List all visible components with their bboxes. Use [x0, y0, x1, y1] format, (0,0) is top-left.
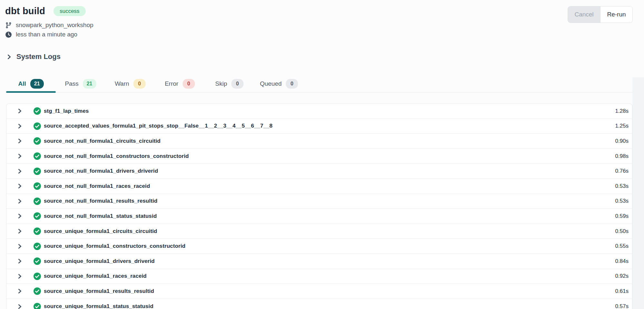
tab-label: Error: [165, 80, 178, 87]
expand-chevron-icon[interactable]: [17, 228, 23, 234]
result-name: stg_f1_lap_times: [44, 108, 89, 114]
result-name: source_unique_formula1_drivers_driverid: [44, 258, 155, 265]
tab-label: Skip: [215, 80, 227, 87]
run-actions: Cancel Re-run: [568, 6, 632, 23]
pass-check-icon: [34, 198, 41, 205]
expand-chevron-icon[interactable]: [17, 213, 23, 219]
result-row-source_unique_formula1_drivers_driverid[interactable]: source_unique_formula1_drivers_driverid …: [6, 254, 632, 269]
pass-check-icon: [34, 273, 41, 280]
result-duration: 0.53s: [615, 183, 629, 189]
tab-label: Pass: [65, 80, 78, 87]
result-duration: 0.55s: [615, 243, 629, 249]
tab-count-badge: 0: [133, 79, 146, 89]
tab-pass[interactable]: Pass 21: [56, 75, 105, 92]
result-duration: 0.50s: [615, 228, 629, 235]
rerun-button[interactable]: Re-run: [600, 6, 632, 23]
expand-chevron-icon[interactable]: [17, 304, 23, 309]
expand-chevron-icon[interactable]: [17, 153, 23, 159]
tab-error[interactable]: Error 0: [155, 75, 205, 92]
pass-check-icon: [34, 168, 41, 175]
chevron-right-icon: [6, 54, 12, 60]
result-name: source_not_null_formula1_drivers_driveri…: [44, 168, 158, 174]
tab-skip[interactable]: Skip 0: [205, 75, 254, 92]
result-row-source_unique_formula1_results_resultid[interactable]: source_unique_formula1_results_resultid …: [6, 284, 632, 299]
expand-chevron-icon[interactable]: [17, 169, 23, 174]
expand-chevron-icon[interactable]: [17, 258, 23, 264]
result-duration: 0.61s: [615, 288, 629, 295]
result-name: source_unique_formula1_status_statusid: [44, 303, 153, 309]
system-logs-toggle[interactable]: System Logs: [6, 53, 61, 61]
result-name: source_not_null_formula1_results_resulti…: [44, 198, 158, 204]
result-row-source_unique_formula1_circuits_circuitid[interactable]: source_unique_formula1_circuits_circuiti…: [6, 224, 632, 239]
expand-chevron-icon[interactable]: [17, 244, 23, 249]
tab-count-badge: 21: [83, 79, 96, 89]
result-duration: 0.92s: [615, 273, 629, 279]
result-row-source_accepted_values_formula1_pit_stops_stop__False__1__2__3__4__5__6__7__8[interactable]: source_accepted_values_formula1_pit_stop…: [6, 119, 632, 134]
result-duration: 0.76s: [615, 168, 629, 174]
result-row-source_not_null_formula1_circuits_circuitid[interactable]: source_not_null_formula1_circuits_circui…: [6, 134, 632, 149]
result-duration: 0.90s: [615, 138, 629, 144]
pass-check-icon: [34, 122, 41, 130]
result-name: source_unique_formula1_results_resultid: [44, 288, 154, 295]
pass-check-icon: [34, 107, 41, 115]
result-row-stg_f1_lap_times[interactable]: stg_f1_lap_times 1.28s: [6, 104, 632, 119]
result-duration: 0.84s: [615, 258, 629, 265]
result-row-source_not_null_formula1_drivers_driverid[interactable]: source_not_null_formula1_drivers_driveri…: [6, 164, 632, 179]
result-name: source_not_null_formula1_constructors_co…: [44, 153, 189, 159]
result-name: source_accepted_values_formula1_pit_stop…: [44, 123, 273, 129]
result-row-source_not_null_formula1_races_raceid[interactable]: source_not_null_formula1_races_raceid 0.…: [6, 179, 632, 194]
result-row-source_not_null_formula1_constructors_constructorid[interactable]: source_not_null_formula1_constructors_co…: [6, 149, 632, 164]
pass-check-icon: [34, 243, 41, 250]
status-badge: success: [53, 6, 85, 16]
result-name: source_unique_formula1_circuits_circuiti…: [44, 228, 157, 235]
pass-check-icon: [34, 137, 41, 145]
expand-chevron-icon[interactable]: [17, 123, 23, 129]
tab-label: Warn: [115, 80, 129, 87]
tab-count-badge: 0: [183, 79, 195, 89]
pass-check-icon: [34, 287, 41, 295]
result-row-source_unique_formula1_constructors_constructorid[interactable]: source_unique_formula1_constructors_cons…: [6, 239, 632, 254]
branch-name: snowpark_python_workshop: [16, 22, 93, 29]
clock-icon: [5, 31, 12, 38]
page-title: dbt build: [5, 6, 45, 16]
expand-chevron-icon[interactable]: [17, 183, 23, 189]
pass-check-icon: [34, 212, 41, 220]
result-duration: 1.28s: [615, 108, 629, 114]
expand-chevron-icon[interactable]: [17, 108, 23, 114]
tab-count-badge: 0: [231, 79, 244, 89]
results-list: stg_f1_lap_times 1.28s source_accepted_v…: [6, 103, 632, 309]
result-name: source_not_null_formula1_status_statusid: [44, 213, 157, 219]
result-duration: 0.59s: [615, 213, 629, 219]
result-name: source_unique_formula1_constructors_cons…: [44, 243, 185, 249]
tab-label: Queued: [260, 80, 282, 87]
pass-check-icon: [34, 227, 41, 235]
tab-label: All: [18, 80, 26, 87]
result-row-source_unique_formula1_status_statusid[interactable]: source_unique_formula1_status_statusid 0…: [6, 299, 632, 309]
tab-all[interactable]: All 21: [6, 75, 56, 92]
tab-warn[interactable]: Warn 0: [105, 75, 155, 92]
pass-check-icon: [34, 257, 41, 265]
time-row: less than a minute ago: [5, 31, 632, 38]
cancel-button[interactable]: Cancel: [568, 6, 600, 23]
pass-check-icon: [34, 303, 41, 309]
result-duration: 0.53s: [615, 198, 629, 204]
branch-row: snowpark_python_workshop: [5, 22, 632, 29]
result-row-source_unique_formula1_races_raceid[interactable]: source_unique_formula1_races_raceid 0.92…: [6, 269, 632, 284]
result-name: source_not_null_formula1_races_raceid: [44, 183, 150, 189]
expand-chevron-icon[interactable]: [17, 274, 23, 279]
git-branch-icon: [5, 22, 12, 29]
expand-chevron-icon[interactable]: [17, 138, 23, 144]
tab-queued[interactable]: Queued 0: [254, 75, 304, 92]
tab-count-badge: 21: [30, 79, 44, 89]
result-row-source_not_null_formula1_results_resultid[interactable]: source_not_null_formula1_results_resulti…: [6, 194, 632, 209]
result-duration: 0.98s: [615, 153, 629, 159]
result-duration: 0.57s: [615, 303, 629, 309]
result-name: source_unique_formula1_races_raceid: [44, 273, 147, 279]
expand-chevron-icon[interactable]: [17, 288, 23, 294]
result-row-source_not_null_formula1_status_statusid[interactable]: source_not_null_formula1_status_statusid…: [6, 209, 632, 224]
scroll-gutter: [632, 77, 644, 309]
pass-check-icon: [34, 182, 41, 190]
run-header: dbt build success snowpark_python_worksh…: [5, 6, 632, 38]
expand-chevron-icon[interactable]: [17, 198, 23, 204]
status-filter-tabs: All 21 Pass 21 Warn 0 Error 0 Skip 0 Que…: [6, 75, 632, 92]
